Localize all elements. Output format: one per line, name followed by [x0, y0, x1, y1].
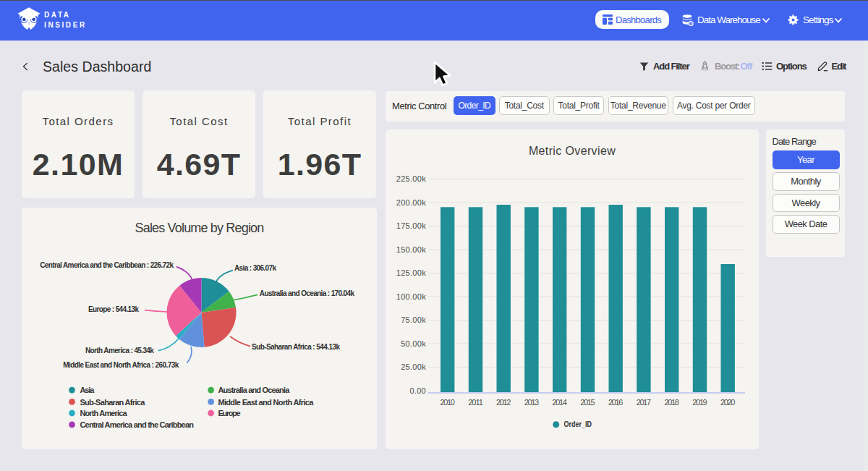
- svg-text:175.00k: 175.00k: [396, 221, 426, 230]
- svg-text:2015: 2015: [580, 398, 595, 407]
- svg-text:Asia: Asia: [80, 386, 95, 394]
- svg-text:100.00k: 100.00k: [396, 292, 426, 301]
- svg-text:0.00: 0.00: [409, 386, 426, 395]
- svg-text:75.00k: 75.00k: [401, 315, 426, 324]
- svg-text:225.00k: 225.00k: [396, 174, 426, 183]
- svg-text:Europe : 544.13k: Europe : 544.13k: [88, 305, 139, 313]
- svg-text:200.00k: 200.00k: [396, 198, 426, 207]
- svg-text:50.00k: 50.00k: [401, 339, 426, 348]
- svg-text:2019: 2019: [692, 398, 707, 407]
- svg-text:Middle East and North Africa :: Middle East and North Africa : 260.73k: [63, 361, 179, 369]
- svg-text:North America : 45.34k: North America : 45.34k: [85, 347, 154, 355]
- svg-text:2011: 2011: [468, 398, 483, 407]
- svg-text:Asia : 306.07k: Asia : 306.07k: [234, 264, 276, 272]
- svg-text:2017: 2017: [637, 398, 652, 407]
- svg-text:Australia and Oceania : 170.04: Australia and Oceania : 170.04k: [260, 289, 355, 297]
- svg-text:Europe: Europe: [218, 409, 240, 417]
- svg-text:Order_ID: Order_ID: [564, 420, 592, 428]
- svg-text:Sub-Saharan Africa : 544.13k: Sub-Saharan Africa : 544.13k: [252, 343, 340, 351]
- svg-text:2013: 2013: [524, 398, 540, 407]
- svg-text:2010: 2010: [440, 398, 455, 407]
- svg-text:2016: 2016: [608, 398, 624, 407]
- svg-text:Sub-Saharan Africa: Sub-Saharan Africa: [80, 398, 145, 407]
- svg-text:Central America and the Caribb: Central America and the Caribbean : 226.…: [40, 261, 174, 269]
- svg-text:125.00k: 125.00k: [396, 268, 426, 277]
- svg-text:Middle East and North Africa: Middle East and North Africa: [218, 398, 314, 407]
- svg-text:Australia and Oceania: Australia and Oceania: [218, 386, 290, 394]
- svg-text:Central America and the Caribb: Central America and the Caribbean: [80, 420, 194, 429]
- svg-text:2014: 2014: [552, 398, 567, 407]
- svg-text:2012: 2012: [496, 398, 511, 407]
- svg-text:2018: 2018: [664, 398, 679, 407]
- svg-text:2020: 2020: [720, 398, 736, 407]
- svg-text:25.00k: 25.00k: [401, 362, 426, 371]
- svg-text:North America: North America: [80, 409, 127, 417]
- svg-text:150.00k: 150.00k: [396, 245, 426, 254]
